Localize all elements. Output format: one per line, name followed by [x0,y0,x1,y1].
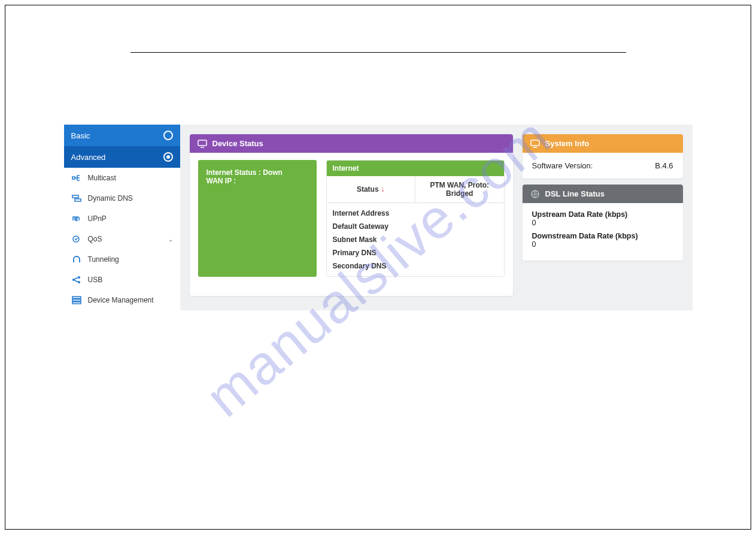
sidebar-item-label: UPnP [88,214,107,223]
internet-block-header: Internet [327,161,504,176]
document-page: manualslive.com Basic Advanced Multicast [5,5,751,530]
sidebar-item-label: Device Management [88,296,154,304]
svg-rect-11 [531,140,539,146]
wan-ip-label: WAN IP : [207,177,308,185]
sidebar-item-usb[interactable]: USB [64,270,180,290]
internet-status-box: Internet Status : Down WAN IP : [198,160,317,277]
internet-status-text: Status [357,185,379,194]
internet-status-row: Status ↓ PTM WAN, Proto: Bridged [327,176,504,203]
dsl-body: Upstream Data Rate (kbps) 0 Downstream D… [523,203,683,261]
software-version-row: Software Version: B.4.6 [532,160,673,171]
downstream-label: Downstream Data Rate (kbps) [532,232,673,240]
svg-rect-8 [72,300,81,301]
tunneling-icon [71,255,82,264]
system-info-panel: System Info Software Version: B.4.6 [523,134,683,179]
sidebar-item-dynamic-dns[interactable]: Dynamic DNS [64,188,180,208]
sidebar-item-qos[interactable]: QoS ⌄ [64,229,180,249]
attr-secondary-dns: Secondary DNS [333,259,498,273]
upstream-label: Upstream Data Rate (kbps) [532,210,673,219]
svg-rect-0 [72,177,75,179]
globe-icon [530,190,541,198]
sidebar-section-advanced[interactable]: Advanced [64,146,180,168]
upstream-value: 0 [532,219,673,227]
sidebar-item-device-management[interactable]: Device Management [64,290,180,310]
device-status-body: Internet Status : Down WAN IP : Internet… [190,153,513,284]
qos-icon [71,235,82,243]
status-down-icon: ↓ [381,185,385,194]
dsl-title: DSL Line Status [545,189,605,198]
system-info-title: System Info [545,139,590,148]
upnp-icon [71,214,82,223]
svg-point-6 [78,281,80,283]
sidebar-item-label: Multicast [88,174,116,182]
multicast-icon [71,174,82,182]
sidebar-section-basic-label: Basic [71,131,90,140]
device-status-header: Device Status [190,134,513,153]
svg-rect-2 [75,199,81,201]
internet-status-cell: Status ↓ [327,176,416,202]
sidebar: Basic Advanced Multicast Dynamic DNS [64,125,180,310]
chevron-down-icon: ⌄ [168,236,173,243]
sidebar-item-label: Dynamic DNS [88,194,133,202]
svg-rect-7 [72,297,81,298]
radio-selected-icon [163,152,173,162]
svg-point-5 [78,276,80,279]
internet-attr-list: Internet Address Default Gateway Subnet … [327,203,504,276]
software-version-value: B.4.6 [655,161,673,170]
sidebar-item-multicast[interactable]: Multicast [64,168,180,188]
svg-rect-9 [72,302,81,304]
share-icon [71,276,82,284]
sidebar-item-label: Tunneling [88,255,119,264]
side-column: System Info Software Version: B.4.6 [523,134,683,261]
content-area: Device Status Internet Status : Down WAN… [180,125,693,310]
internet-details-block: Internet Status ↓ PTM WAN, Proto: Bridge… [326,160,505,277]
svg-rect-10 [198,140,207,146]
attr-primary-dns: Primary DNS [333,246,498,259]
system-info-header: System Info [523,134,683,153]
monitor-icon [197,140,208,148]
device-management-icon [71,296,82,304]
software-version-label: Software Version: [532,161,593,170]
svg-rect-1 [72,195,78,198]
sidebar-section-advanced-label: Advanced [71,153,106,162]
radio-unselected-icon [163,131,173,140]
device-status-panel: Device Status Internet Status : Down WAN… [190,134,513,296]
router-admin-app: Basic Advanced Multicast Dynamic DNS [64,125,693,310]
sidebar-item-tunneling[interactable]: Tunneling [64,249,180,270]
sidebar-item-upnp[interactable]: UPnP [64,208,180,229]
dsl-line-status-panel: DSL Line Status Upstream Data Rate (kbps… [523,185,683,261]
attr-subnet-mask: Subnet Mask [333,233,498,246]
attr-default-gateway: Default Gateway [333,220,498,233]
downstream-value: 0 [532,240,673,249]
device-status-title: Device Status [212,139,263,148]
internet-status-label: Internet Status : Down [207,168,308,177]
sidebar-section-basic[interactable]: Basic [64,125,180,146]
sidebar-item-label: USB [88,276,103,284]
ddns-icon [71,194,82,202]
system-info-body: Software Version: B.4.6 [523,153,683,179]
header-rule [130,52,626,53]
wan-proto-cell: PTM WAN, Proto: Bridged [415,176,504,202]
attr-internet-address: Internet Address [333,207,498,220]
dsl-header: DSL Line Status [523,185,683,203]
monitor-icon [530,140,541,148]
sidebar-item-label: QoS [88,235,102,243]
